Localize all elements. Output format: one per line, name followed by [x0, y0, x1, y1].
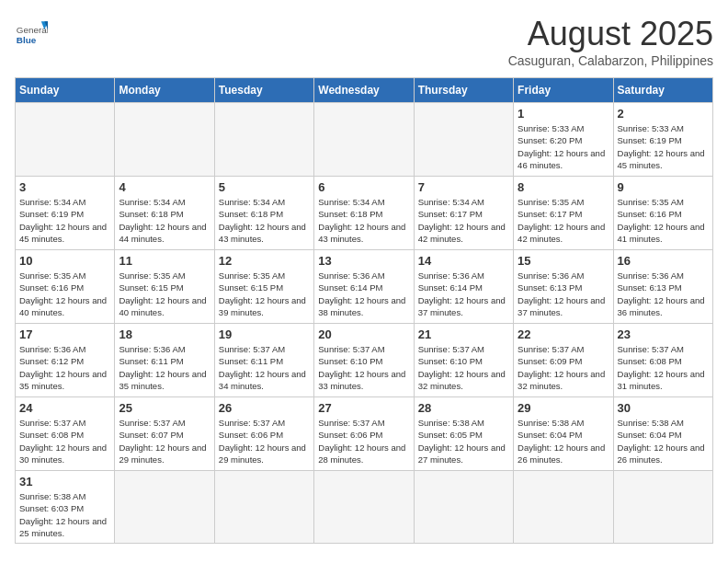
day-number: 23 [618, 327, 709, 341]
calendar-week-row: 31Sunrise: 5:38 AM Sunset: 6:03 PM Dayli… [16, 471, 713, 544]
calendar-table: SundayMondayTuesdayWednesdayThursdayFrid… [15, 77, 713, 544]
day-info: Sunrise: 5:38 AM Sunset: 6:05 PM Dayligh… [418, 417, 509, 465]
calendar-day-cell: 18Sunrise: 5:36 AM Sunset: 6:11 PM Dayli… [115, 324, 214, 397]
day-number: 16 [618, 254, 709, 268]
day-number: 28 [418, 401, 509, 415]
logo: General Blue [15, 15, 48, 48]
calendar-day-cell [613, 471, 712, 544]
day-number: 22 [518, 327, 609, 341]
weekday-header-cell: Tuesday [214, 78, 313, 103]
day-number: 30 [618, 401, 709, 415]
calendar-day-cell: 21Sunrise: 5:37 AM Sunset: 6:10 PM Dayli… [414, 324, 513, 397]
day-number: 5 [219, 180, 310, 194]
calendar-day-cell: 6Sunrise: 5:34 AM Sunset: 6:18 PM Daylig… [314, 177, 414, 250]
calendar-day-cell: 2Sunrise: 5:33 AM Sunset: 6:19 PM Daylig… [613, 103, 712, 177]
calendar-day-cell: 27Sunrise: 5:37 AM Sunset: 6:06 PM Dayli… [314, 397, 414, 471]
day-info: Sunrise: 5:37 AM Sunset: 6:10 PM Dayligh… [318, 343, 409, 392]
day-info: Sunrise: 5:37 AM Sunset: 6:06 PM Dayligh… [318, 417, 409, 465]
day-info: Sunrise: 5:36 AM Sunset: 6:13 PM Dayligh… [518, 270, 609, 318]
calendar-day-cell: 17Sunrise: 5:36 AM Sunset: 6:12 PM Dayli… [16, 324, 115, 397]
calendar-day-cell [115, 471, 214, 544]
weekday-header-cell: Saturday [613, 78, 712, 103]
day-number: 3 [19, 180, 110, 194]
calendar-day-cell [16, 103, 115, 177]
header: General Blue August 2025 Casuguran, Cala… [15, 15, 713, 68]
calendar-day-cell: 13Sunrise: 5:36 AM Sunset: 6:14 PM Dayli… [314, 250, 414, 324]
calendar-day-cell: 26Sunrise: 5:37 AM Sunset: 6:06 PM Dayli… [214, 397, 313, 471]
calendar-day-cell [414, 471, 513, 544]
weekday-header-cell: Thursday [414, 78, 513, 103]
day-number: 2 [618, 107, 709, 121]
day-number: 19 [219, 327, 310, 341]
title-area: August 2025 Casuguran, Calabarzon, Phili… [508, 15, 713, 68]
calendar-day-cell: 14Sunrise: 5:36 AM Sunset: 6:14 PM Dayli… [414, 250, 513, 324]
calendar-day-cell [314, 103, 414, 177]
day-number: 18 [119, 327, 210, 341]
logo-icon: General Blue [15, 15, 48, 48]
calendar-day-cell: 25Sunrise: 5:37 AM Sunset: 6:07 PM Dayli… [115, 397, 214, 471]
weekday-header-cell: Monday [115, 78, 214, 103]
weekday-header-cell: Sunday [16, 78, 115, 103]
day-info: Sunrise: 5:34 AM Sunset: 6:18 PM Dayligh… [219, 196, 310, 245]
day-info: Sunrise: 5:37 AM Sunset: 6:07 PM Dayligh… [119, 417, 210, 465]
calendar-day-cell: 1Sunrise: 5:33 AM Sunset: 6:20 PM Daylig… [514, 103, 613, 177]
calendar-week-row: 3Sunrise: 5:34 AM Sunset: 6:19 PM Daylig… [16, 177, 713, 250]
calendar-week-row: 24Sunrise: 5:37 AM Sunset: 6:08 PM Dayli… [16, 397, 713, 471]
calendar-day-cell: 16Sunrise: 5:36 AM Sunset: 6:13 PM Dayli… [613, 250, 712, 324]
day-info: Sunrise: 5:36 AM Sunset: 6:13 PM Dayligh… [618, 270, 709, 318]
calendar-day-cell: 3Sunrise: 5:34 AM Sunset: 6:19 PM Daylig… [16, 177, 115, 250]
day-number: 17 [19, 327, 110, 341]
day-number: 29 [518, 401, 609, 415]
calendar-day-cell: 8Sunrise: 5:35 AM Sunset: 6:17 PM Daylig… [514, 177, 613, 250]
calendar-day-cell: 12Sunrise: 5:35 AM Sunset: 6:15 PM Dayli… [214, 250, 313, 324]
calendar-day-cell: 28Sunrise: 5:38 AM Sunset: 6:05 PM Dayli… [414, 397, 513, 471]
day-info: Sunrise: 5:35 AM Sunset: 6:16 PM Dayligh… [618, 196, 709, 245]
day-number: 13 [318, 254, 409, 268]
calendar-day-cell: 31Sunrise: 5:38 AM Sunset: 6:03 PM Dayli… [16, 471, 115, 544]
calendar-day-cell [414, 103, 513, 177]
day-info: Sunrise: 5:36 AM Sunset: 6:11 PM Dayligh… [119, 343, 210, 392]
day-info: Sunrise: 5:37 AM Sunset: 6:06 PM Dayligh… [219, 417, 310, 465]
day-info: Sunrise: 5:34 AM Sunset: 6:19 PM Dayligh… [19, 196, 110, 245]
calendar-day-cell: 30Sunrise: 5:38 AM Sunset: 6:04 PM Dayli… [613, 397, 712, 471]
day-info: Sunrise: 5:38 AM Sunset: 6:04 PM Dayligh… [618, 417, 709, 465]
calendar-week-row: 1Sunrise: 5:33 AM Sunset: 6:20 PM Daylig… [16, 103, 713, 177]
day-number: 4 [119, 180, 210, 194]
calendar-week-row: 10Sunrise: 5:35 AM Sunset: 6:16 PM Dayli… [16, 250, 713, 324]
day-number: 14 [418, 254, 509, 268]
day-info: Sunrise: 5:37 AM Sunset: 6:10 PM Dayligh… [418, 343, 509, 392]
svg-text:Blue: Blue [17, 35, 37, 45]
weekday-header-row: SundayMondayTuesdayWednesdayThursdayFrid… [16, 78, 713, 103]
calendar-day-cell: 10Sunrise: 5:35 AM Sunset: 6:16 PM Dayli… [16, 250, 115, 324]
day-info: Sunrise: 5:37 AM Sunset: 6:11 PM Dayligh… [219, 343, 310, 392]
day-info: Sunrise: 5:37 AM Sunset: 6:09 PM Dayligh… [518, 343, 609, 392]
day-info: Sunrise: 5:38 AM Sunset: 6:03 PM Dayligh… [19, 490, 110, 539]
day-info: Sunrise: 5:37 AM Sunset: 6:08 PM Dayligh… [618, 343, 709, 392]
day-info: Sunrise: 5:35 AM Sunset: 6:15 PM Dayligh… [219, 270, 310, 318]
weekday-header-cell: Friday [514, 78, 613, 103]
calendar-day-cell: 22Sunrise: 5:37 AM Sunset: 6:09 PM Dayli… [514, 324, 613, 397]
calendar-day-cell: 29Sunrise: 5:38 AM Sunset: 6:04 PM Dayli… [514, 397, 613, 471]
calendar-body: 1Sunrise: 5:33 AM Sunset: 6:20 PM Daylig… [16, 103, 713, 544]
day-number: 27 [318, 401, 409, 415]
calendar-week-row: 17Sunrise: 5:36 AM Sunset: 6:12 PM Dayli… [16, 324, 713, 397]
day-info: Sunrise: 5:34 AM Sunset: 6:18 PM Dayligh… [318, 196, 409, 245]
day-info: Sunrise: 5:35 AM Sunset: 6:17 PM Dayligh… [518, 196, 609, 245]
day-number: 9 [618, 180, 709, 194]
day-number: 24 [19, 401, 110, 415]
day-number: 26 [219, 401, 310, 415]
day-number: 11 [119, 254, 210, 268]
calendar-day-cell: 23Sunrise: 5:37 AM Sunset: 6:08 PM Dayli… [613, 324, 712, 397]
day-info: Sunrise: 5:35 AM Sunset: 6:15 PM Dayligh… [119, 270, 210, 318]
day-info: Sunrise: 5:36 AM Sunset: 6:12 PM Dayligh… [19, 343, 110, 392]
calendar-day-cell [214, 471, 313, 544]
day-info: Sunrise: 5:33 AM Sunset: 6:20 PM Dayligh… [518, 122, 609, 171]
calendar-day-cell: 4Sunrise: 5:34 AM Sunset: 6:18 PM Daylig… [115, 177, 214, 250]
day-number: 31 [19, 475, 110, 488]
calendar-day-cell: 15Sunrise: 5:36 AM Sunset: 6:13 PM Dayli… [514, 250, 613, 324]
weekday-header-cell: Wednesday [314, 78, 414, 103]
day-info: Sunrise: 5:34 AM Sunset: 6:17 PM Dayligh… [418, 196, 509, 245]
day-info: Sunrise: 5:35 AM Sunset: 6:16 PM Dayligh… [19, 270, 110, 318]
calendar-title: August 2025 [508, 15, 713, 53]
calendar-day-cell [115, 103, 214, 177]
